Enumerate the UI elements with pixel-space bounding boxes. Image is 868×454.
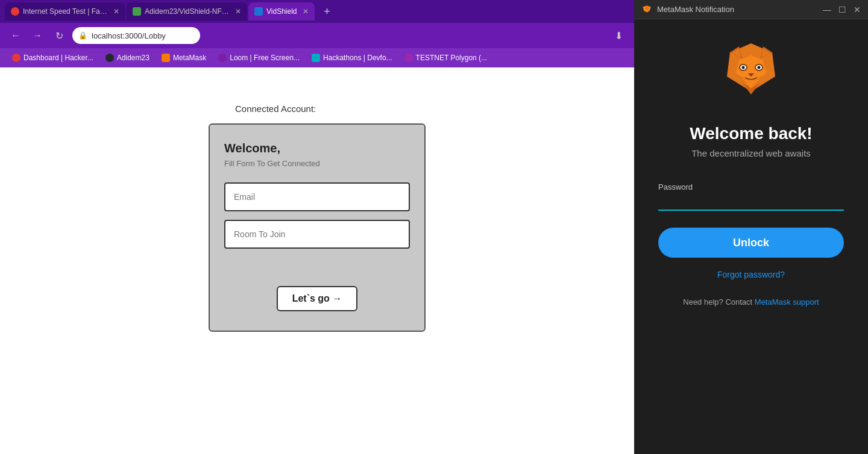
- download-icon[interactable]: ⬇: [610, 27, 627, 44]
- connected-account-label: Connected Account:: [235, 104, 316, 114]
- tab-adidem[interactable]: Adidem23/VidShield-NFT-Gated ✕: [127, 2, 247, 20]
- email-input[interactable]: [224, 182, 410, 211]
- bookmark-testnet[interactable]: TESTNET Polygon (...: [400, 52, 492, 64]
- back-button[interactable]: ←: [7, 27, 24, 44]
- metamask-body: Welcome back! The decentralized web awai…: [634, 19, 868, 454]
- bookmark-favicon-dashboard: [12, 54, 20, 62]
- new-tab-button[interactable]: +: [318, 3, 335, 20]
- minimize-button[interactable]: —: [823, 5, 831, 14]
- unlock-button[interactable]: Unlock: [658, 228, 844, 258]
- reload-button[interactable]: ↻: [51, 27, 68, 44]
- bookmark-label-dashboard: Dashboard | Hacker...: [24, 54, 93, 62]
- form-subtitle: Fill Form To Get Connected: [224, 159, 410, 168]
- bookmark-favicon-loom: [218, 54, 227, 62]
- tab-favicon-vidshield: [254, 7, 263, 16]
- room-input[interactable]: [224, 220, 410, 249]
- address-bar: ← → ↻ 🔒 ⬇: [0, 23, 634, 48]
- form-card: Welcome, Fill Form To Get Connected Let`…: [209, 123, 426, 332]
- bookmark-favicon-adidem23: [105, 54, 114, 62]
- bookmark-favicon-hackathons: [312, 54, 320, 62]
- svg-point-12: [742, 66, 745, 69]
- svg-point-13: [758, 66, 761, 69]
- bookmark-hackathons[interactable]: Hackathons | Devfo...: [307, 52, 397, 64]
- metamask-window-title: MetaMask Notification: [657, 5, 734, 14]
- submit-button[interactable]: Let`s go →: [277, 286, 358, 311]
- password-label: Password: [658, 182, 844, 191]
- forward-button[interactable]: →: [29, 27, 46, 44]
- metamask-support-link[interactable]: MetaMask support: [755, 297, 819, 306]
- bookmark-label-metamask: MetaMask: [173, 54, 206, 62]
- metamask-title-controls: — ☐ ✕: [823, 5, 861, 14]
- bookmark-favicon-metamask: [162, 54, 170, 62]
- bookmark-label-testnet: TESTNET Polygon (...: [416, 54, 487, 62]
- tab-close-fast[interactable]: ✕: [113, 7, 119, 16]
- address-input[interactable]: [72, 27, 200, 44]
- tab-favicon-adidem: [133, 7, 141, 16]
- restore-button[interactable]: ☐: [838, 5, 846, 14]
- bookmark-label-loom: Loom | Free Screen...: [230, 54, 300, 62]
- bookmark-label-hackathons: Hackathons | Devfo...: [323, 54, 392, 62]
- tab-title-fast: Internet Speed Test | Fast.com: [23, 7, 107, 16]
- bookmark-dashboard[interactable]: Dashboard | Hacker...: [7, 52, 98, 64]
- help-text: Need help? Contact MetaMask support: [683, 297, 819, 306]
- tab-fast[interactable]: Internet Speed Test | Fast.com ✕: [5, 2, 125, 20]
- main-content: Connected Account: Welcome, Fill Form To…: [0, 67, 634, 454]
- bookmarks-bar: Dashboard | Hacker... Adidem23 MetaMask …: [0, 48, 634, 67]
- metamask-welcome-title: Welcome back!: [690, 124, 812, 143]
- form-welcome-text: Welcome,: [224, 141, 410, 155]
- tab-close-adidem[interactable]: ✕: [235, 7, 241, 16]
- close-button[interactable]: ✕: [854, 5, 861, 14]
- bookmark-favicon-testnet: [404, 54, 413, 62]
- metamask-panel: MetaMask Notification — ☐ ✕: [634, 0, 868, 454]
- bookmark-loom[interactable]: Loom | Free Screen...: [213, 52, 304, 64]
- metamask-welcome-subtitle: The decentralized web awaits: [691, 148, 811, 158]
- metamask-titlebar: MetaMask Notification — ☐ ✕: [634, 0, 868, 19]
- bookmark-label-adidem23: Adidem23: [117, 54, 149, 62]
- bookmark-metamask[interactable]: MetaMask: [157, 52, 211, 64]
- password-input[interactable]: [658, 195, 844, 211]
- tab-vidshield[interactable]: VidShield ✕: [248, 2, 315, 20]
- metamask-fox-logo: [715, 37, 787, 110]
- help-text-prefix: Need help? Contact: [683, 297, 755, 306]
- lock-icon: 🔒: [78, 31, 87, 40]
- tab-favicon-fast: [11, 7, 19, 16]
- bookmark-adidem23[interactable]: Adidem23: [101, 52, 154, 64]
- metamask-title-icon: [641, 4, 652, 15]
- tab-title-vidshield: VidShield: [266, 7, 297, 16]
- tab-bar: Internet Speed Test | Fast.com ✕ Adidem2…: [0, 0, 634, 23]
- tab-title-adidem: Adidem23/VidShield-NFT-Gated: [145, 7, 229, 16]
- forgot-password-link[interactable]: Forgot password?: [717, 270, 785, 279]
- tab-close-vidshield[interactable]: ✕: [303, 7, 309, 16]
